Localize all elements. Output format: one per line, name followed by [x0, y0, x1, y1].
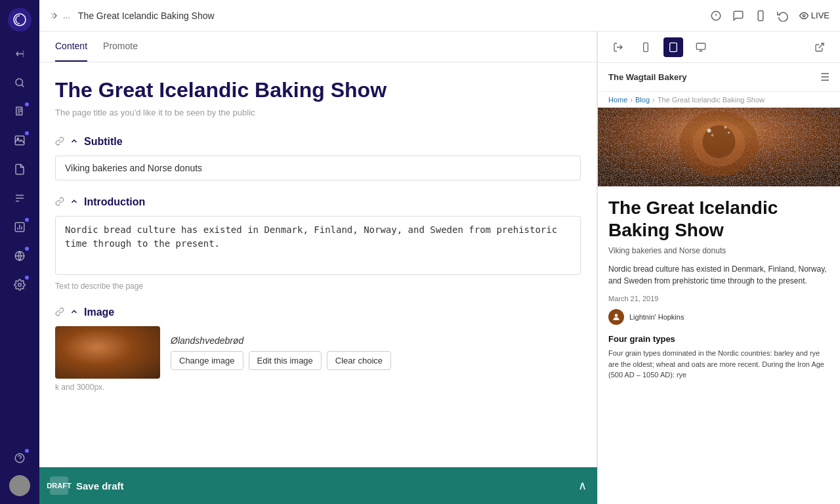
introduction-hint: Text to describe the page — [55, 282, 581, 291]
main-container: ... The Great Icelandic Baking Show — [39, 0, 840, 504]
help-icon[interactable] — [8, 446, 32, 470]
svg-point-15 — [803, 14, 805, 17]
svg-rect-20 — [696, 43, 705, 49]
subtitle-collapse-icon[interactable] — [70, 136, 79, 148]
introduction-link-icon[interactable] — [55, 197, 64, 208]
introduction-header: Introduction — [55, 196, 581, 208]
preview-panel: The Wagtail Bakery ☰ Home › Blog › The G… — [597, 32, 840, 504]
save-bar: DRAFT Save draft ∧ — [39, 467, 597, 504]
preview-h1: The Great Icelandic Baking Show — [608, 197, 830, 241]
breadcrumb-home[interactable]: Home — [608, 96, 627, 104]
draft-icon: DRAFT — [50, 476, 68, 495]
breadcrumb-current: The Great Icelandic Baking Show — [658, 96, 765, 104]
preview-hamburger-icon: ☰ — [820, 71, 830, 83]
tab-promote[interactable]: Promote — [103, 32, 138, 62]
sidebar-logo[interactable] — [8, 8, 32, 32]
preview-author-name: Lightnin' Hopkins — [629, 313, 684, 321]
mobile-preview-icon[interactable] — [636, 37, 656, 57]
open-external-icon[interactable] — [810, 37, 830, 57]
image-thumb-inner — [55, 326, 160, 379]
image-collapse-icon[interactable] — [70, 307, 79, 318]
mobile-icon[interactable] — [755, 10, 766, 22]
reports-icon[interactable] — [8, 215, 32, 239]
back-nav-icon[interactable] — [8, 42, 32, 66]
settings-icon[interactable] — [8, 273, 32, 297]
breadcrumb-sep1: › — [630, 96, 633, 104]
image-field: Ølandshvedebrød Change image Edit this i… — [55, 326, 581, 379]
preview-breadcrumb: Home › Blog › The Great Icelandic Baking… — [598, 92, 840, 108]
form-content: The Great Icelandic Baking Show The page… — [39, 62, 597, 473]
preview-article: The Great Icelandic Baking Show Viking b… — [598, 186, 840, 391]
svg-point-31 — [711, 134, 714, 136]
page-title: The Great Icelandic Baking Show — [78, 10, 702, 21]
introduction-collapse-icon[interactable] — [70, 197, 79, 208]
expand-icon[interactable]: ∧ — [578, 478, 587, 493]
topbar: ... The Great Icelandic Baking Show — [39, 0, 840, 32]
page-title-hint: The page title as you'd like it to be se… — [55, 108, 581, 117]
image-thumbnail — [55, 326, 160, 379]
preview-site-name: The Wagtail Bakery — [608, 72, 686, 82]
subtitle-link-icon[interactable] — [55, 136, 64, 148]
documents-icon[interactable] — [8, 158, 32, 181]
info-icon[interactable] — [710, 10, 722, 22]
clear-choice-button[interactable]: Clear choice — [327, 351, 391, 370]
edit-image-button[interactable]: Edit this image — [249, 351, 322, 370]
page-title-display: The Great Icelandic Baking Show — [55, 78, 581, 102]
introduction-label: Introduction — [84, 196, 145, 208]
tab-content[interactable]: Content — [55, 32, 87, 62]
search-icon[interactable] — [8, 71, 32, 94]
preview-author-avatar — [608, 309, 624, 325]
save-draft-button[interactable]: Save draft — [76, 480, 570, 492]
topbar-actions: LIVE — [710, 10, 830, 22]
svg-line-23 — [819, 43, 824, 48]
image-filename: Ølandshvedebrød — [171, 335, 391, 346]
svg-point-29 — [724, 126, 727, 129]
pages-icon[interactable] — [8, 100, 32, 123]
breadcrumb-blog[interactable]: Blog — [635, 96, 650, 104]
history-icon[interactable] — [777, 10, 789, 22]
breadcrumb-sep2: › — [652, 96, 655, 104]
chat-icon[interactable] — [732, 10, 744, 22]
preview-site-header: The Wagtail Bakery ☰ — [598, 63, 840, 92]
sidebar — [0, 0, 39, 504]
image-size-hint: k and 3000px. — [55, 383, 581, 392]
svg-point-30 — [728, 132, 730, 134]
svg-point-28 — [707, 129, 711, 133]
preview-author: Lightnin' Hopkins — [608, 309, 830, 325]
tablet-preview-icon[interactable] — [663, 37, 683, 57]
svg-point-1 — [16, 79, 23, 86]
subtitle-section: Subtitle — [55, 136, 581, 180]
snippets-icon[interactable] — [8, 186, 32, 210]
subtitle-label: Subtitle — [84, 136, 123, 148]
image-section: Image Ølandshvedebrød Change image Edit … — [55, 306, 581, 392]
exit-preview-icon[interactable] — [608, 37, 628, 57]
preview-subtitle: Viking bakeries and Norse donuts — [608, 246, 830, 255]
image-link-icon[interactable] — [55, 307, 64, 318]
image-info: Ølandshvedebrød Change image Edit this i… — [171, 335, 391, 370]
desktop-preview-icon[interactable] — [691, 37, 711, 57]
preview-hero-image — [598, 108, 840, 186]
subtitle-input[interactable] — [55, 156, 581, 180]
svg-point-32 — [615, 314, 618, 318]
preview-section-title: Four grain types — [608, 334, 830, 344]
introduction-section: Introduction Nordic bread culture has ex… — [55, 196, 581, 291]
image-actions: Change image Edit this image Clear choic… — [171, 351, 391, 370]
introduction-textarea[interactable]: Nordic bread culture has existed in Denm… — [55, 216, 581, 275]
subtitle-header: Subtitle — [55, 136, 581, 148]
user-avatar[interactable] — [9, 475, 30, 496]
preview-date: March 21, 2019 — [608, 295, 830, 303]
globe-icon[interactable] — [8, 244, 32, 268]
back-button[interactable]: ... — [50, 10, 70, 21]
svg-point-7 — [18, 284, 22, 287]
content-split: Content Promote The Great Icelandic Baki… — [39, 32, 840, 504]
change-image-button[interactable]: Change image — [171, 351, 243, 370]
preview-toolbar — [598, 32, 840, 63]
live-badge[interactable]: LIVE — [799, 10, 830, 20]
preview-body: Nordic bread culture has existed in Denm… — [608, 263, 830, 287]
tabs: Content Promote — [39, 32, 597, 62]
image-label: Image — [84, 306, 114, 318]
images-icon[interactable] — [8, 129, 32, 152]
editor-panel: Content Promote The Great Icelandic Baki… — [39, 32, 597, 504]
preview-content: The Wagtail Bakery ☰ Home › Blog › The G… — [598, 63, 840, 504]
preview-section-body: Four grain types dominated in the Nordic… — [608, 348, 830, 381]
